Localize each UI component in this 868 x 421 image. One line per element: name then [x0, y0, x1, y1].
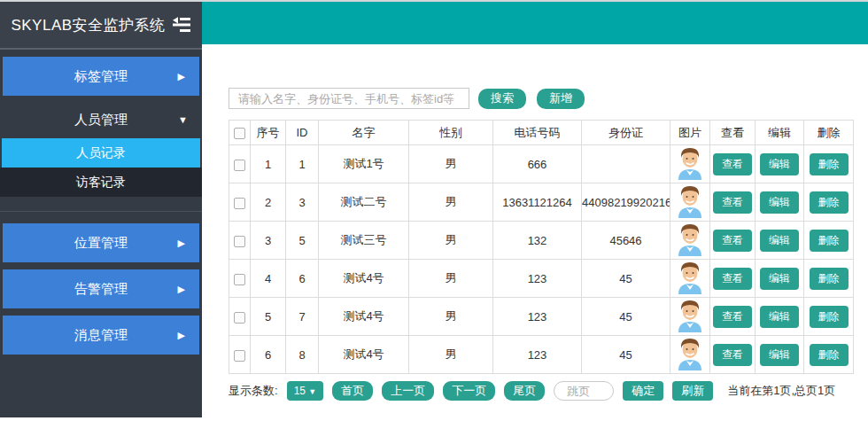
- edit-button[interactable]: 编辑: [760, 230, 799, 252]
- delete-button[interactable]: 删除: [810, 344, 849, 366]
- avatar: [675, 261, 705, 294]
- sidebar-item-personnel-records[interactable]: 人员记录: [2, 138, 200, 168]
- view-button[interactable]: 查看: [713, 344, 752, 366]
- confirm-button[interactable]: 确定: [623, 381, 663, 401]
- cell-name: 测试1号: [319, 145, 409, 183]
- cell-id: 6: [286, 260, 319, 298]
- delete-button[interactable]: 删除: [810, 153, 849, 175]
- chevron-right-icon: ▶: [178, 284, 185, 295]
- sidebar-item-label: 人员管理: [74, 112, 128, 129]
- cell-id-card: 45: [582, 260, 670, 298]
- col-id: ID: [286, 121, 319, 145]
- edit-button[interactable]: 编辑: [760, 268, 799, 290]
- last-page-button[interactable]: 尾页: [504, 381, 545, 401]
- delete-button[interactable]: 删除: [810, 230, 849, 252]
- search-button[interactable]: 搜索: [478, 89, 526, 109]
- table-row: 4 6 测试4号 男 123 45: [229, 260, 854, 298]
- cell-name: 测试4号: [319, 336, 409, 374]
- cell-id: 5: [286, 222, 319, 260]
- view-button[interactable]: 查看: [713, 306, 752, 328]
- row-checkbox[interactable]: [234, 350, 245, 362]
- row-checkbox[interactable]: [234, 198, 245, 209]
- view-button[interactable]: 查看: [713, 191, 752, 214]
- cell-phone: 123: [493, 298, 582, 336]
- table-row: 1 1 测试1号 男 666: [229, 145, 854, 183]
- edit-button[interactable]: 编辑: [760, 344, 799, 366]
- cell-phone: 123: [493, 260, 582, 298]
- caret-down-icon: ▼: [308, 387, 316, 396]
- cell-id-card: 45: [582, 336, 670, 374]
- avatar: [675, 146, 705, 180]
- edit-button[interactable]: 编辑: [760, 153, 799, 175]
- sidebar-item-message[interactable]: 消息管理 ▶: [3, 316, 199, 355]
- personnel-table: 序号 ID 名字 性别 电话号码 身份证 图片 查看 编辑 删除 1 1 测试1…: [229, 120, 854, 374]
- table-row: 6 8 测试4号 男 123 45: [229, 336, 854, 374]
- sidebar-item-location[interactable]: 位置管理 ▶: [3, 223, 199, 262]
- sidebar-item-label: 标签管理: [74, 68, 128, 85]
- row-checkbox[interactable]: [234, 312, 245, 324]
- col-id-card: 身份证: [582, 121, 670, 145]
- refresh-button[interactable]: 刷新: [672, 381, 713, 401]
- search-input[interactable]: [229, 88, 469, 109]
- col-edit: 编辑: [756, 121, 804, 145]
- view-button[interactable]: 查看: [713, 153, 752, 175]
- select-all-checkbox[interactable]: [234, 128, 245, 139]
- sidebar-item-visitor-records[interactable]: 访客记录: [0, 168, 202, 197]
- page-size-select[interactable]: 15 ▼: [287, 381, 324, 401]
- cell-phone: 123: [493, 336, 582, 374]
- edit-button[interactable]: 编辑: [760, 306, 799, 328]
- sidebar-item-alarm[interactable]: 告警管理 ▶: [3, 269, 199, 308]
- page-status: 当前在第1页,总页1页: [727, 383, 835, 399]
- page-size-label: 显示条数:: [229, 383, 278, 399]
- cell-gender: 男: [409, 145, 493, 183]
- cell-gender: 男: [409, 336, 493, 374]
- sidebar-item-label: 消息管理: [74, 327, 128, 344]
- row-checkbox[interactable]: [234, 274, 245, 285]
- app-title: SKYLAB安全监护系统: [11, 15, 165, 35]
- view-button[interactable]: 查看: [713, 230, 752, 252]
- cell-no: 4: [251, 260, 286, 298]
- avatar: [675, 299, 705, 332]
- row-checkbox[interactable]: [234, 160, 245, 171]
- cell-phone: 13631121264: [493, 183, 582, 222]
- row-checkbox[interactable]: [234, 236, 245, 247]
- cell-id-card: 45646: [582, 222, 670, 260]
- app-window: SKYLAB安全监护系统 标签管理 ▶ 人员管理 ▼ 人员记录: [0, 0, 868, 421]
- avatar: [675, 337, 705, 370]
- jump-page-input[interactable]: [554, 381, 614, 401]
- main-content: 搜索 新增 序号 ID 名字 性别 电话号码 身份证 图片 查看: [202, 44, 868, 421]
- table-row: 3 5 测试三号 男 132 45646: [229, 222, 854, 260]
- sidebar-group: 位置管理 ▶ 告警管理 ▶ 消息管理 ▶: [0, 211, 202, 355]
- add-button[interactable]: 新增: [537, 89, 585, 109]
- cell-no: 5: [251, 298, 286, 336]
- sidebar-item-label: 位置管理: [74, 235, 128, 252]
- view-button[interactable]: 查看: [713, 268, 752, 290]
- delete-button[interactable]: 删除: [810, 306, 849, 328]
- sidebar-item-tags[interactable]: 标签管理 ▶: [3, 57, 199, 96]
- menu-collapse-icon[interactable]: [172, 16, 191, 34]
- table-row: 2 3 测试二号 男 13631121264 440982199202167: [229, 183, 854, 222]
- next-page-button[interactable]: 下一页: [443, 381, 495, 401]
- cell-id: 1: [286, 145, 319, 183]
- prev-page-button[interactable]: 上一页: [382, 381, 434, 401]
- cell-id-card: [582, 145, 670, 183]
- col-no: 序号: [251, 121, 286, 145]
- top-bar: [202, 2, 868, 44]
- sidebar: SKYLAB安全监护系统 标签管理 ▶ 人员管理 ▼ 人员记录: [0, 2, 202, 417]
- col-name: 名字: [319, 121, 409, 145]
- col-phone: 电话号码: [493, 121, 582, 145]
- delete-button[interactable]: 删除: [810, 268, 849, 290]
- delete-button[interactable]: 删除: [810, 191, 849, 214]
- col-delete: 删除: [804, 121, 854, 145]
- chevron-right-icon: ▶: [178, 330, 185, 341]
- first-page-button[interactable]: 首页: [332, 381, 373, 401]
- cell-gender: 男: [409, 222, 493, 260]
- cell-id-card: 45: [582, 298, 670, 336]
- sidebar-item-label: 访客记录: [76, 175, 126, 191]
- cell-phone: 666: [493, 145, 582, 183]
- sidebar-item-personnel[interactable]: 人员管理 ▼: [0, 103, 202, 136]
- col-view: 查看: [710, 121, 756, 145]
- cell-gender: 男: [409, 260, 493, 298]
- edit-button[interactable]: 编辑: [760, 191, 799, 214]
- chevron-down-icon: ▼: [178, 114, 188, 125]
